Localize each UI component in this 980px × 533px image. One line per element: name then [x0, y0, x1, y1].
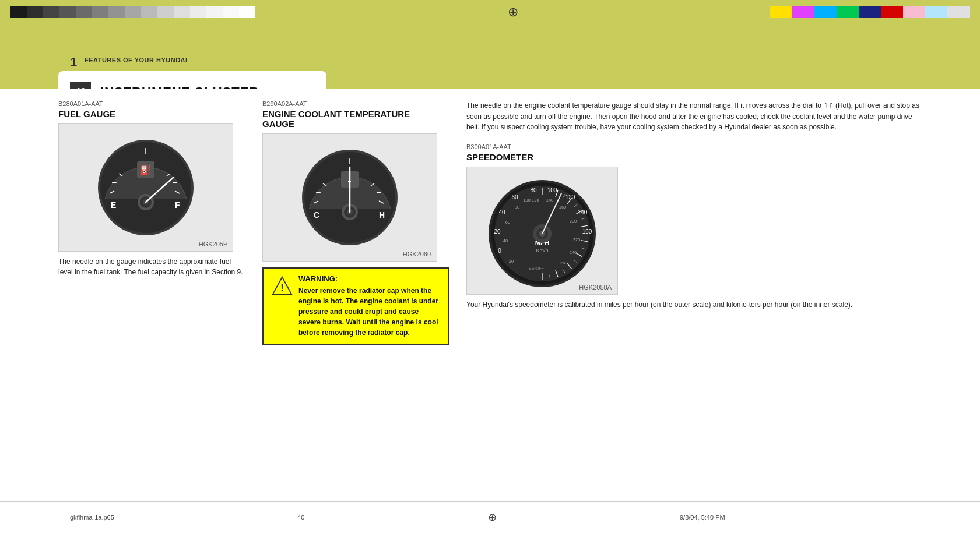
fuel-gauge-title: FUEL GAUGE: [58, 109, 245, 119]
svg-text:OFF: OFF: [536, 266, 544, 270]
svg-text:20: 20: [509, 259, 514, 264]
swatch: [141, 6, 157, 18]
svg-line-24: [377, 192, 381, 193]
svg-line-7: [173, 182, 177, 183]
coolant-gauge-part-code: B290A02A-AAT: [262, 100, 449, 107]
svg-text:80: 80: [515, 204, 519, 210]
svg-line-20: [316, 192, 321, 193]
section-number: 1: [70, 55, 77, 70]
svg-text:60: 60: [511, 194, 518, 200]
swatch: [76, 6, 92, 18]
speedometer-svg: 0 20 40 60 80 100 120 140 160 20 40 60 8…: [475, 172, 609, 289]
speedometer-section: The needle on the engine coolant tempera…: [466, 100, 922, 489]
svg-line-3: [112, 182, 117, 183]
speedometer-description: Your Hyundai's speedometer is calibrated…: [466, 299, 922, 310]
swatch: [157, 6, 174, 18]
swatch: [108, 6, 125, 18]
svg-text:220: 220: [573, 237, 581, 242]
color-swatches-left: [10, 6, 255, 18]
speedometer-title: SPEEDOMETER: [466, 152, 922, 162]
swatch: [125, 6, 141, 18]
swatch: [223, 6, 239, 18]
footer-spacer: [908, 514, 910, 521]
swatch: [27, 6, 43, 18]
svg-text:E: E: [111, 200, 116, 210]
svg-text:160: 160: [559, 204, 567, 210]
registration-crosshair-top: ⊕: [508, 5, 518, 20]
swatch: [770, 6, 792, 18]
main-content: B280A01A-AAT FUEL GAUGE: [0, 89, 980, 501]
swatch: [859, 6, 881, 18]
swatch: [206, 6, 223, 18]
footer-filename: gkflhma-1a.p65: [70, 514, 114, 521]
swatch: [10, 6, 27, 18]
top-bar: ⊕: [0, 0, 980, 24]
header-band: 1 FEATURES OF YOUR HYUNDAI 40 INSTRUMENT…: [0, 24, 980, 89]
svg-text:0: 0: [498, 248, 501, 254]
swatch: [190, 6, 206, 18]
coolant-gauge-image-id: HGK2060: [403, 250, 431, 257]
coolant-gauge-title: ENGINE COOLANT TEMPERATURE GAUGE: [262, 109, 449, 129]
swatch: [947, 6, 970, 18]
svg-text:120: 120: [565, 194, 575, 200]
svg-text:20: 20: [494, 228, 501, 235]
svg-text:F: F: [175, 200, 180, 210]
swatch: [239, 6, 255, 18]
swatch: [881, 6, 903, 18]
swatch: [59, 6, 76, 18]
swatch: [92, 6, 108, 18]
coolant-body-text: The needle on the engine coolant tempera…: [466, 100, 922, 133]
swatch: [792, 6, 814, 18]
coolant-gauge-svg: C H 🌡: [297, 145, 402, 250]
coolant-gauge-image: C H 🌡 HGK2060: [262, 133, 437, 262]
speedometer-image: 0 20 40 60 80 100 120 140 160 20 40 60 8…: [466, 167, 618, 295]
footer-date: 9/8/04, 5:40 PM: [680, 514, 725, 521]
fuel-gauge-section: B280A01A-AAT FUEL GAUGE: [58, 100, 245, 489]
svg-text:240: 240: [570, 250, 577, 255]
footer: gkflhma-1a.p65 40 ⊕ 9/8/04, 5:40 PM: [0, 501, 980, 533]
swatch: [903, 6, 925, 18]
warning-body: Never remove the radiator cap when the e…: [298, 285, 440, 338]
svg-text:!: !: [280, 283, 283, 293]
warning-triangle-icon: !: [272, 276, 293, 296]
coolant-gauge-section: B290A02A-AAT ENGINE COOLANT TEMPERATURE …: [262, 100, 449, 489]
registration-crosshair-bottom: ⊕: [488, 511, 497, 524]
warning-title: WARNING:: [298, 274, 440, 283]
warning-box: ! WARNING: Never remove the radiator cap…: [262, 267, 449, 345]
swatch: [925, 6, 947, 18]
speedometer-image-id: HGK2058A: [579, 284, 612, 291]
fuel-gauge-svg: E F ⛽: [93, 135, 198, 240]
svg-text:200: 200: [570, 218, 577, 224]
fuel-gauge-image: E F ⛽ HGK2059: [58, 123, 233, 252]
svg-text:40: 40: [498, 209, 505, 216]
speedometer-part-code: B300A01A-AAT: [466, 143, 922, 150]
fuel-gauge-description: The needle on the gauge indicates the ap…: [58, 256, 245, 277]
svg-text:140: 140: [546, 197, 554, 203]
svg-text:⛽: ⛽: [140, 164, 152, 175]
swatch: [837, 6, 859, 18]
svg-text:80: 80: [530, 187, 537, 193]
svg-text:100 120: 100 120: [523, 197, 539, 203]
svg-text:C: C: [314, 210, 319, 220]
swatch: [174, 6, 190, 18]
svg-text:H: H: [379, 210, 385, 220]
svg-text:100: 100: [547, 187, 557, 193]
swatch: [814, 6, 837, 18]
svg-text:Km/h: Km/h: [536, 248, 548, 253]
fuel-gauge-part-code: B280A01A-AAT: [58, 100, 245, 107]
svg-text:260: 260: [560, 260, 568, 266]
svg-text:40: 40: [503, 238, 508, 243]
swatch: [43, 6, 59, 18]
fuel-gauge-image-id: HGK2059: [199, 241, 227, 248]
features-label: FEATURES OF YOUR HYUNDAI: [85, 57, 188, 63]
footer-page-number: 40: [297, 514, 304, 521]
warning-text-block: WARNING: Never remove the radiator cap w…: [298, 274, 440, 338]
svg-text:60: 60: [505, 220, 510, 225]
color-swatches-right: [770, 6, 970, 18]
